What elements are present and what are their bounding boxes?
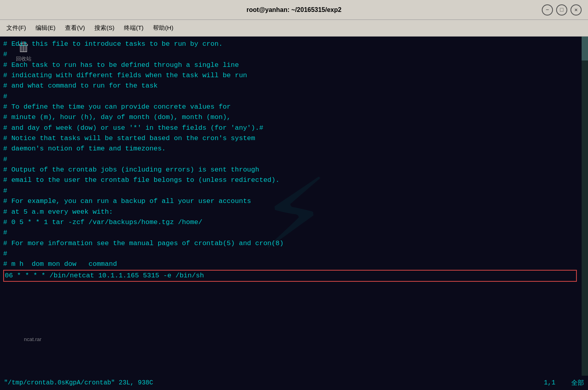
terminal-line: # indicating with different fields when … bbox=[3, 70, 585, 81]
terminal-line: # bbox=[3, 49, 585, 60]
status-filename: "/tmp/crontab.0sKgpA/crontab" 23L, 938C bbox=[4, 379, 544, 386]
terminal-line: # For more information see the manual pa… bbox=[3, 238, 585, 249]
terminal-line: # minute (m), hour (h), day of month (do… bbox=[3, 112, 585, 123]
terminal-line: # Notice that tasks will be started base… bbox=[3, 133, 585, 144]
terminal-line: # bbox=[3, 92, 585, 102]
terminal-content: # Edit this file to introduce tasks to b… bbox=[0, 37, 588, 284]
terminal-line: # email to the user the crontab file bel… bbox=[3, 175, 585, 185]
close-button[interactable]: ✕ bbox=[570, 4, 582, 16]
terminal-line: # Output of the crontab jobs (including … bbox=[3, 165, 585, 175]
terminal-lines: # Edit this file to introduce tasks to b… bbox=[3, 39, 585, 270]
scrollbar[interactable] bbox=[582, 37, 588, 376]
menu-edit[interactable]: 编辑(E) bbox=[35, 24, 55, 32]
file-icon-desktop: ncat.rar bbox=[24, 336, 41, 342]
status-position: 1,1 bbox=[544, 379, 555, 386]
menu-file[interactable]: 文件(F) bbox=[6, 24, 26, 32]
terminal-line: # bbox=[3, 154, 585, 165]
terminal-line: # bbox=[3, 186, 585, 196]
terminal-line: # m h dom mon dow command bbox=[3, 259, 585, 269]
menu-terminal[interactable]: 终端(T) bbox=[124, 24, 143, 32]
terminal-line: # at 5 a.m every week with: bbox=[3, 207, 585, 217]
title-bar: root@yanhan: ~/20165315/exp2 − □ ✕ bbox=[0, 0, 588, 20]
window-title: root@yanhan: ~/20165315/exp2 bbox=[247, 6, 341, 14]
terminal-line: # To define the time you can provide con… bbox=[3, 102, 585, 112]
scrollbar-thumb[interactable] bbox=[582, 37, 588, 60]
terminal-line: # 0 5 * * 1 tar -zcf /var/backups/home.t… bbox=[3, 217, 585, 228]
terminal-line: # Edit this file to introduce tasks to b… bbox=[3, 39, 585, 49]
terminal-window[interactable]: ⚡ 🗑 回收站 ncat.rar # Edit this file to int… bbox=[0, 37, 588, 390]
maximize-button[interactable]: □ bbox=[556, 4, 567, 16]
menu-help[interactable]: 帮助(H) bbox=[153, 24, 173, 32]
status-bar: "/tmp/crontab.0sKgpA/crontab" 23L, 938C … bbox=[0, 376, 588, 390]
terminal-line: # and what command to run for the task bbox=[3, 81, 585, 91]
terminal-line: # and day of week (dow) or use '*' in th… bbox=[3, 123, 585, 133]
terminal-line: # bbox=[3, 249, 585, 259]
highlighted-command-line: 06 * * * * /bin/netcat 10.1.1.165 5315 -… bbox=[3, 270, 577, 282]
window-controls: − □ ✕ bbox=[542, 4, 582, 16]
terminal-line: # For example, you can run a backup of a… bbox=[3, 196, 585, 207]
menu-view[interactable]: 查看(V) bbox=[65, 24, 85, 32]
file-icon-label: ncat.rar bbox=[24, 336, 41, 342]
menu-bar: 文件(F) 编辑(E) 查看(V) 搜索(S) 终端(T) 帮助(H) bbox=[0, 20, 588, 37]
terminal-line: # daemon's notion of time and timezones. bbox=[3, 144, 585, 154]
menu-search[interactable]: 搜索(S) bbox=[94, 24, 114, 32]
status-all: 全部 bbox=[571, 379, 584, 387]
highlighted-line-container: 06 * * * * /bin/netcat 10.1.1.165 5315 -… bbox=[3, 270, 585, 282]
minimize-button[interactable]: − bbox=[542, 4, 553, 16]
terminal-line: # bbox=[3, 228, 585, 238]
terminal-line: # Each task to run has to be defined thr… bbox=[3, 60, 585, 70]
